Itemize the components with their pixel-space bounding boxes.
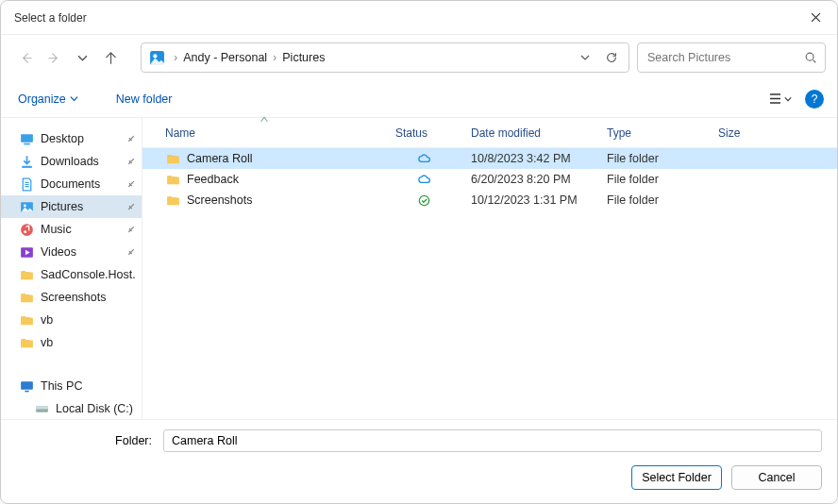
- arrow-left-icon: [19, 51, 33, 65]
- sidebar-item[interactable]: Videos: [1, 241, 142, 263]
- document-icon: [18, 176, 35, 193]
- sidebar-item[interactable]: Local Disk (C:): [1, 397, 142, 419]
- folder-icon: [165, 151, 181, 167]
- folder-label: Folder:: [16, 434, 156, 447]
- row-name: Screenshots: [187, 193, 252, 207]
- back-button[interactable]: [12, 44, 39, 71]
- pin-icon: [125, 223, 138, 236]
- pin-icon: [125, 155, 138, 168]
- table-row[interactable]: Screenshots10/12/2023 1:31 PMFile folder: [142, 190, 837, 210]
- sidebar-item[interactable]: Pictures: [1, 195, 142, 218]
- nav-row: › Andy - Personal › Pictures: [1, 35, 837, 80]
- breadcrumb-item[interactable]: Andy - Personal: [179, 49, 271, 66]
- sidebar-item-label: vb: [41, 336, 136, 349]
- svg-rect-14: [36, 406, 48, 409]
- organize-button[interactable]: Organize: [8, 89, 88, 109]
- sidebar-item[interactable]: Desktop: [1, 127, 142, 150]
- file-rows[interactable]: Camera Roll10/8/2023 3:42 PMFile folderF…: [142, 148, 837, 419]
- recent-button[interactable]: [69, 44, 95, 71]
- row-date: 6/20/2023 8:20 PM: [461, 173, 597, 186]
- list-view-icon: [768, 92, 782, 105]
- help-button[interactable]: ?: [805, 90, 824, 109]
- sidebar-item[interactable]: This PC: [1, 375, 142, 397]
- help-icon: ?: [812, 92, 818, 106]
- pin-icon: [125, 177, 138, 191]
- sidebar[interactable]: DesktopDownloadsDocumentsPicturesMusicVi…: [1, 118, 142, 419]
- refresh-icon: [605, 51, 618, 64]
- pin-icon: [125, 132, 138, 145]
- column-name[interactable]: Name: [142, 118, 386, 147]
- breadcrumb-item[interactable]: Pictures: [278, 49, 328, 66]
- row-type: File folder: [597, 193, 709, 207]
- sidebar-item-label: Videos: [41, 245, 126, 259]
- folder-icon: [18, 289, 35, 306]
- svg-rect-4: [24, 143, 29, 144]
- folder-input[interactable]: [163, 429, 822, 452]
- arrow-up-icon: [104, 51, 118, 65]
- pc-icon: [18, 378, 35, 395]
- svg-rect-3: [21, 134, 33, 143]
- sidebar-item-label: This PC: [41, 379, 136, 393]
- download-icon: [18, 153, 35, 170]
- new-folder-label: New folder: [116, 92, 173, 106]
- svg-rect-5: [22, 165, 32, 167]
- view-button[interactable]: [763, 86, 796, 112]
- pin-icon: [125, 245, 138, 259]
- button-row: Select Folder Cancel: [16, 465, 822, 490]
- video-icon: [18, 244, 35, 260]
- close-button[interactable]: [794, 1, 837, 34]
- sidebar-item[interactable]: vb: [1, 331, 142, 354]
- sidebar-item[interactable]: Downloads: [1, 150, 142, 173]
- cancel-button[interactable]: Cancel: [731, 465, 822, 490]
- sidebar-item[interactable]: Music: [1, 218, 142, 241]
- desktop-icon: [18, 130, 35, 147]
- row-date: 10/12/2023 1:31 PM: [461, 193, 597, 207]
- row-status: [386, 193, 461, 208]
- up-button[interactable]: [97, 44, 124, 71]
- column-status[interactable]: Status: [386, 118, 461, 147]
- forward-button[interactable]: [41, 44, 67, 71]
- sidebar-item[interactable]: SadConsole.Host.: [1, 263, 142, 286]
- column-size[interactable]: Size: [709, 118, 784, 147]
- refresh-button[interactable]: [598, 44, 625, 71]
- footer: Folder: Select Folder Cancel: [1, 420, 837, 503]
- chevron-down-icon: [580, 53, 590, 62]
- svg-point-15: [44, 410, 46, 412]
- row-status: [386, 152, 461, 166]
- svg-rect-12: [25, 390, 28, 392]
- search-box[interactable]: [637, 42, 826, 73]
- sort-indicator-icon: [260, 116, 268, 123]
- sidebar-item-label: Documents: [41, 177, 126, 191]
- sidebar-item-label: vb: [41, 313, 136, 327]
- chevron-down-icon: [77, 53, 88, 63]
- sidebar-item[interactable]: Documents: [1, 173, 142, 195]
- sidebar-item[interactable]: Screenshots: [1, 286, 142, 309]
- row-type: File folder: [597, 173, 709, 186]
- chevron-right-icon: ›: [172, 51, 179, 64]
- column-type[interactable]: Type: [597, 118, 709, 147]
- close-icon: [811, 12, 821, 23]
- sidebar-item-label: Desktop: [41, 132, 126, 145]
- chevron-down-icon: [784, 95, 792, 103]
- sidebar-item[interactable]: vb: [1, 309, 142, 331]
- search-input[interactable]: [645, 50, 804, 65]
- organize-label: Organize: [18, 92, 66, 106]
- folder-icon: [18, 311, 35, 328]
- svg-rect-11: [21, 381, 33, 390]
- row-name: Feedback: [187, 173, 239, 186]
- select-folder-button[interactable]: Select Folder: [631, 465, 722, 490]
- pictures-icon: [18, 198, 35, 215]
- column-date[interactable]: Date modified: [461, 118, 597, 147]
- svg-point-7: [23, 204, 25, 207]
- table-row[interactable]: Camera Roll10/8/2023 3:42 PMFile folder: [142, 148, 837, 169]
- arrow-right-icon: [47, 51, 61, 65]
- new-folder-button[interactable]: New folder: [107, 89, 182, 109]
- sidebar-item-label: Screenshots: [41, 291, 136, 304]
- column-headers: Name Status Date modified Type Size: [142, 118, 837, 148]
- address-bar[interactable]: › Andy - Personal › Pictures: [141, 42, 629, 73]
- address-history-button[interactable]: [572, 44, 598, 71]
- toolbar: Organize New folder ?: [1, 80, 837, 118]
- table-row[interactable]: Feedback6/20/2023 8:20 PMFile folder: [142, 169, 837, 190]
- chevron-right-icon: ›: [271, 51, 278, 64]
- row-name: Camera Roll: [187, 152, 252, 165]
